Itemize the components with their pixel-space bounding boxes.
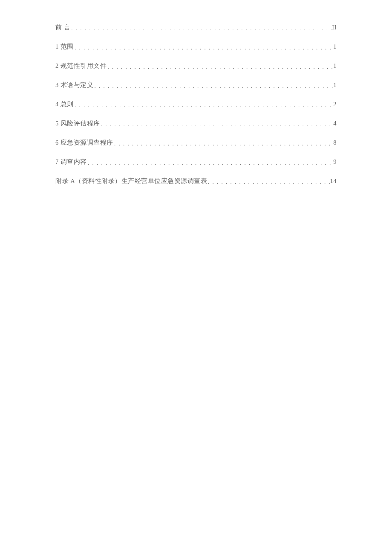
toc-title: 6 应急资源调查程序 — [55, 139, 113, 147]
toc-entry: 2 规范性引用文件 . . . . . . . . . . . . . . . … — [55, 62, 337, 70]
toc-title: 附录 A（资料性附录）生产经营单位应急资源调查表 — [55, 177, 207, 185]
toc-page-number: 2 — [333, 101, 337, 108]
toc-title: 前 言 — [55, 23, 70, 32]
toc-page-number: 4 — [333, 120, 337, 127]
toc-dots: . . . . . . . . . . . . . . . . . . . . … — [107, 64, 333, 70]
toc-page-number: 9 — [333, 158, 337, 166]
toc-dots: . . . . . . . . . . . . . . . . . . . . … — [74, 102, 333, 109]
toc-entry: 1 范围 . . . . . . . . . . . . . . . . . .… — [55, 43, 337, 51]
toc-page-number: 8 — [333, 139, 337, 146]
toc-title: 1 范围 — [55, 43, 74, 51]
toc-dots: . . . . . . . . . . . . . . . . . . . . … — [113, 140, 333, 147]
toc-page-number: 1 — [333, 81, 337, 89]
toc-entry: 7 调查内容 . . . . . . . . . . . . . . . . .… — [55, 158, 337, 166]
toc-page-number: 1 — [333, 43, 337, 50]
toc-title: 5 风险评估程序 — [55, 119, 100, 128]
toc-entry: 6 应急资源调查程序 . . . . . . . . . . . . . . .… — [55, 139, 337, 147]
toc-dots: . . . . . . . . . . . . . . . . . . . . … — [207, 179, 330, 186]
toc-entry: 前 言 . . . . . . . . . . . . . . . . . . … — [55, 23, 337, 32]
toc-title: 2 规范性引用文件 — [55, 62, 107, 70]
toc-dots: . . . . . . . . . . . . . . . . . . . . … — [87, 160, 333, 166]
toc-dots: . . . . . . . . . . . . . . . . . . . . … — [93, 83, 333, 90]
table-of-contents: 前 言 . . . . . . . . . . . . . . . . . . … — [55, 23, 337, 185]
toc-page-number: 1 — [333, 62, 337, 70]
toc-title: 3 术语与定义 — [55, 81, 93, 89]
toc-entry: 3 术语与定义 . . . . . . . . . . . . . . . . … — [55, 81, 337, 89]
toc-dots: . . . . . . . . . . . . . . . . . . . . … — [74, 44, 333, 51]
toc-entry: 附录 A（资料性附录）生产经营单位应急资源调查表 . . . . . . . .… — [55, 177, 337, 185]
toc-entry: 4 总则 . . . . . . . . . . . . . . . . . .… — [55, 100, 337, 108]
toc-page-number: II — [332, 24, 337, 31]
toc-page-number: 14 — [330, 177, 337, 185]
toc-dots: . . . . . . . . . . . . . . . . . . . . … — [70, 25, 332, 32]
toc-dots: . . . . . . . . . . . . . . . . . . . . … — [100, 121, 333, 128]
toc-title: 4 总则 — [55, 100, 74, 108]
toc-title: 7 调查内容 — [55, 158, 87, 166]
toc-entry: 5 风险评估程序 . . . . . . . . . . . . . . . .… — [55, 119, 337, 128]
